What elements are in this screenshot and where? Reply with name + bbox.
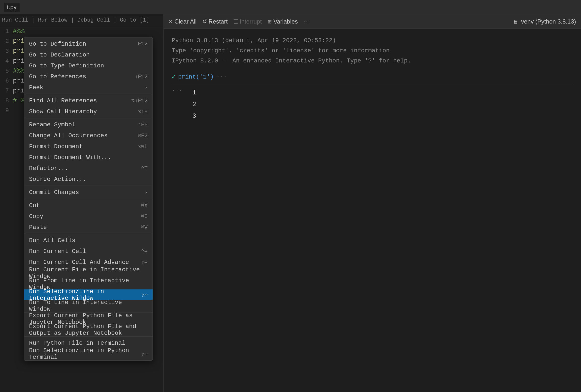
menu-item-export-jupyter[interactable]: Export Current Python File as Jupyter No… [24, 313, 152, 324]
python-info-line2: Type 'copyright', 'credits' or 'license'… [172, 46, 573, 56]
submenu-chevron-icon: › [145, 85, 148, 90]
menu-item-commit-changes[interactable]: Commit Changes › [24, 187, 152, 198]
menu-item-run-to-line-interactive[interactable]: Run To Line in Interactive Window [24, 300, 152, 311]
menu-item-format-document-with[interactable]: Format Document With... [24, 152, 152, 163]
menu-label: Peek [29, 84, 44, 91]
cell-results: 1 2 3 [184, 87, 196, 122]
menu-shortcut: ⇧F6 [138, 121, 148, 128]
python-info: Python 3.8.13 (default, Apr 19 2022, 00:… [172, 36, 573, 66]
menu-label: Change All Occurrences [29, 132, 108, 139]
cell-bar-text: Run Cell | Run Below | Debug Cell | Go t… [2, 17, 149, 23]
menu-label: Run To Line in Interactive Window [29, 299, 143, 312]
menu-item-rename-symbol[interactable]: Rename Symbol ⇧F6 [24, 119, 152, 130]
editor-panel: Run Cell | Run Below | Debug Cell | Go t… [0, 14, 164, 392]
line-number: 3 [2, 48, 13, 54]
menu-shortcut: ⌥⌘L [138, 143, 148, 150]
more-button[interactable]: ··· [304, 18, 308, 25]
menu-label: Go to Definition [29, 41, 86, 47]
cell-output: ✓ print('1') ··· ··· 1 2 3 [172, 73, 573, 122]
menu-label: Run Current Cell And Advance [29, 259, 129, 266]
line-number: 4 [2, 58, 13, 64]
menu-label: Copy [29, 213, 44, 220]
menu-label: Refactor... [29, 165, 68, 172]
submenu-chevron-icon: › [145, 190, 148, 195]
menu-item-run-selection-interactive[interactable]: Run Selection/Line in Interactive Window… [24, 289, 152, 300]
menu-shortcut: ⇧↩ [141, 259, 148, 266]
menu-separator [24, 199, 152, 199]
menu-shortcut: ⌘F2 [138, 132, 148, 139]
menu-item-go-to-type-definition[interactable]: Go to Type Definition [24, 60, 152, 71]
menu-shortcut: ⇧↩ [141, 292, 148, 298]
menu-label: Commit Changes [29, 189, 79, 196]
clear-all-button[interactable]: ✕ Clear All [169, 18, 196, 25]
menu-item-refactor[interactable]: Refactor... ⌃T [24, 163, 152, 174]
menu-item-run-current-cell-advance[interactable]: Run Current Cell And Advance ⇧↩ [24, 257, 152, 268]
menu-item-find-all-references[interactable]: Find All References ⌥⇧F12 [24, 95, 152, 106]
cell-bar[interactable]: Run Cell | Run Below | Debug Cell | Go t… [0, 14, 164, 26]
menu-label: Go to Type Definition [29, 62, 104, 69]
menu-shortcut: ⌥⇧F12 [131, 97, 148, 104]
output-line: 1 [192, 87, 196, 99]
menu-item-run-from-line-interactive[interactable]: Run From Line in Interactive Window [24, 278, 152, 289]
line-number: 1 [2, 28, 13, 35]
menu-item-peek[interactable]: Peek › [24, 82, 152, 93]
menu-item-run-current-cell[interactable]: Run Current Cell ⌃↩ [24, 246, 152, 257]
menu-label: Rename Symbol [29, 121, 76, 128]
interactive-content: Python 3.8.13 (default, Apr 19 2022, 00:… [164, 29, 581, 392]
menu-label: Source Action... [29, 176, 86, 183]
main-content: Run Cell | Run Below | Debug Cell | Go t… [0, 14, 581, 392]
menu-shortcut: ⌘C [141, 213, 148, 220]
menu-item-change-all-occurrences[interactable]: Change All Occurrences ⌘F2 [24, 130, 152, 141]
menu-label: Format Document [29, 143, 82, 150]
restart-label: Restart [208, 18, 228, 25]
menu-label: Run Selection/Line in Python Terminal [29, 347, 136, 361]
cell-code: print('1') [178, 74, 214, 80]
file-tab[interactable]: t.py [4, 3, 20, 12]
interrupt-button[interactable]: Interrupt [234, 18, 262, 25]
variables-button[interactable]: ⊞ Variables [268, 18, 298, 25]
line-number: 5 [2, 68, 13, 74]
menu-item-format-document[interactable]: Format Document ⌥⌘L [24, 141, 152, 152]
line-number: 2 [2, 38, 13, 45]
line-code: #%% [13, 27, 24, 35]
more-icon: ··· [304, 18, 308, 25]
editor-tab-bar: t.py [0, 3, 164, 12]
python-info-line3: IPython 8.2.0 -- An enhanced Interactive… [172, 56, 573, 66]
cell-more-dots: ··· [216, 74, 227, 80]
menu-separator [24, 186, 152, 186]
menu-item-go-to-references[interactable]: Go to References ⇧F12 [24, 71, 152, 82]
menu-separator [24, 118, 152, 118]
line-number: 6 [2, 78, 13, 84]
menu-separator [24, 234, 152, 234]
menu-item-run-all-cells[interactable]: Run All Cells [24, 235, 152, 246]
menu-label: Go to References [29, 73, 86, 80]
variables-icon: ⊞ [268, 18, 272, 24]
python-info-line1: Python 3.8.13 (default, Apr 19 2022, 00:… [172, 36, 573, 46]
cell-check-icon: ✓ [172, 73, 176, 81]
menu-item-run-selection-python-terminal[interactable]: Run Selection/Line in Python Terminal ⇧↩ [24, 348, 152, 359]
env-icon: 🖥 [513, 19, 518, 24]
menu-item-run-python-terminal[interactable]: Run Python File in Terminal [24, 338, 152, 348]
file-tab-label: t.py [7, 4, 16, 11]
menu-item-go-to-definition[interactable]: Go to Definition F12 [24, 38, 152, 49]
menu-item-paste[interactable]: Paste ⌘V [24, 222, 152, 233]
menu-shortcut: ⇧↩ [141, 351, 148, 357]
interactive-toolbar: ✕ Clear All ↺ Restart Interrupt ⊞ Variab… [164, 14, 581, 29]
menu-item-run-file-interactive[interactable]: Run Current File in Interactive Window [24, 268, 152, 278]
menu-item-go-to-declaration[interactable]: Go to Declaration [24, 49, 152, 60]
clear-all-label: Clear All [174, 18, 196, 25]
menu-shortcut: ⌥⇧H [138, 108, 148, 115]
menu-item-copy[interactable]: Copy ⌘C [24, 211, 152, 222]
restart-button[interactable]: ↺ Restart [202, 18, 228, 25]
menu-item-source-action[interactable]: Source Action... [24, 174, 152, 185]
cell-output-row: ··· 1 2 3 [172, 87, 573, 122]
menu-item-export-jupyter-output[interactable]: Export Current Python File and Output as… [24, 324, 152, 335]
line-code: #%% [13, 67, 24, 75]
cell-divider [172, 84, 573, 84]
variables-label: Variables [274, 18, 298, 25]
menu-shortcut: ⌃T [141, 165, 148, 172]
menu-item-show-call-hierarchy[interactable]: Show Call Hierarchy ⌥⇧H [24, 106, 152, 117]
output-line: 2 [192, 99, 196, 110]
menu-shortcut: ⌃↩ [141, 248, 148, 255]
menu-item-cut[interactable]: Cut ⌘X [24, 200, 152, 211]
